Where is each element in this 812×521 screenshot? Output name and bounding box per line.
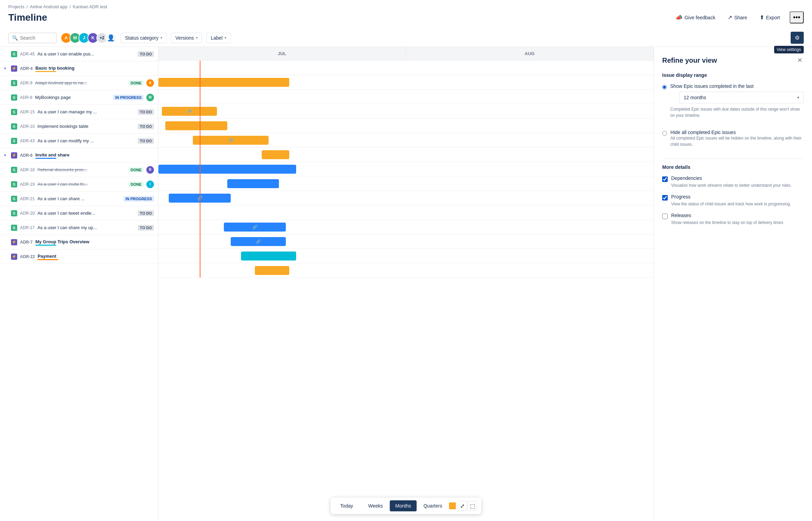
epic-underline [35,71,56,72]
gantt-bar[interactable] [158,165,296,174]
share-button[interactable]: ↗ Share [725,12,750,23]
label-filter[interactable]: Label ▾ [206,33,231,43]
show-completed-radio[interactable] [662,84,667,90]
table-row[interactable]: S ADR-43 As a user I can modify my ... T… [0,134,158,148]
versions-filter[interactable]: Versions ▾ [171,33,202,43]
chart-row [158,61,654,75]
issue-id: ADR-9 [20,81,32,85]
avatar-add-button[interactable]: 👤 [105,32,116,43]
table-row[interactable]: S ADR-20 As a user I can tweet endle... … [0,206,158,221]
timeline-list: S ADR-45 As a user I can enable pus... T… [0,47,158,521]
search-input[interactable] [20,35,53,41]
page-title: Timeline [8,12,47,23]
issue-title: Implement bookings table [38,124,135,129]
chart-row: 🔗 [158,220,654,234]
view-settings-button[interactable]: ⚙ [791,32,804,44]
gantt-bar[interactable]: 🔗 [231,237,286,246]
gantt-bar[interactable]: 🔗 [224,223,286,232]
table-row[interactable]: S ADR-17 As a user I can share my up... … [0,221,158,235]
share-icon: ↗ [728,14,732,21]
feedback-button[interactable]: 📣 Give feedback [673,12,718,23]
table-row[interactable]: ⚡ ADR-7 My Group Trips Overview [0,235,158,249]
view-settings-wrapper: ⚙ View settings [791,32,804,44]
hide-completed-option: Hide all completed Epic issues All compl… [662,130,804,153]
issue-id: ADR-19 [20,182,35,187]
label-chevron: ▾ [225,36,226,40]
status-badge: DONE [128,80,144,86]
link-icon: 🔗 [256,239,261,244]
today-line [200,61,200,278]
table-row[interactable]: S ADR-19 As a user I can invite fri... D… [0,177,158,192]
issue-title: My Group Trips Overview [35,239,90,244]
weeks-button[interactable]: Weeks [363,500,388,511]
status-category-label: Status category [125,35,158,41]
zoom-controls: ⤢ ⬚ [457,501,477,511]
dependencies-checkbox[interactable] [662,176,668,182]
hide-completed-radio[interactable] [662,131,667,136]
more-actions-button[interactable]: ••• [790,11,804,23]
breadcrumb-airline[interactable]: Airline Android app [30,4,67,9]
gantt-bar[interactable] [255,266,289,275]
status-badge: IN PROGRESS [124,196,154,202]
more-details-title: More details [662,164,804,170]
breadcrumb-projects[interactable]: Projects [8,4,24,9]
table-row[interactable]: S ADR-9 Adapt Android app to ne... DONE … [0,76,158,90]
display-range-title: Issue display range [662,72,804,78]
month-label-jul: JUL [158,47,406,60]
avatar: I [146,181,154,188]
search-box[interactable]: 🔍 [8,33,56,43]
dependencies-option: Dependencies Visualize how work streams … [662,175,804,188]
months-dropdown[interactable]: 12 months ▾ [679,92,804,103]
table-row[interactable]: S ADR-8 MyBookings page IN PROGRESS M [0,90,158,105]
progress-checkbox[interactable] [662,195,668,201]
chart-row [158,263,654,278]
label-label: Label [211,35,222,41]
zoom-in-button[interactable]: ⤢ [457,501,467,511]
view-settings-tooltip: View settings [774,46,804,53]
status-category-filter[interactable]: Status category ▾ [121,33,167,43]
chart-row: 🔗 [158,191,654,205]
table-row[interactable]: ▾ ⚡ ADR-4 Basic trip booking [0,61,158,76]
refine-title: Refine your view [662,57,717,64]
table-row[interactable]: ▾ ⚡ ADR-6 Invite and share [0,148,158,163]
gantt-bar[interactable] [227,179,279,188]
releases-desc: Show releases on the timeline to stay on… [671,219,783,226]
hide-completed-content: Hide all completed Epic issues All compl… [670,130,804,153]
gantt-bar[interactable] [165,121,227,130]
show-completed-label: Show Epic issues completed in the last [670,83,804,89]
avatar-group: A M J K +2 👤 [61,32,116,43]
releases-checkbox[interactable] [662,214,668,219]
breadcrumb: Projects / Airline Android app / Kanban … [8,4,804,9]
releases-label: Releases [671,213,783,218]
story-icon: S [11,167,17,173]
gantt-bar[interactable] [262,150,289,159]
table-row[interactable]: ⚡ ADR-22 Payment [0,249,158,264]
quarters-button[interactable]: Quarters [418,500,448,511]
epic-icon: ⚡ [11,254,17,260]
issue-id: ADR-15 [20,110,35,114]
issue-id: ADR-43 [20,139,35,143]
chart-row [158,90,654,104]
dependencies-desc: Visualize how work streams relate to bet… [671,182,792,188]
chart-row [158,249,654,263]
gantt-bar[interactable] [158,78,289,87]
breadcrumb-kanban[interactable]: Kanban ADR test [73,4,107,9]
table-row[interactable]: S ADR-15 As a user I can manage my ... T… [0,105,158,119]
expand-icon: ▾ [4,153,8,157]
chart-header: JUL AUG [158,47,654,61]
export-button[interactable]: ⬆ Export [757,12,783,23]
progress-option: Progress View the status of child issues… [662,194,804,207]
story-icon: S [11,109,17,115]
color-indicator [449,502,456,509]
gantt-bar[interactable]: 🔗 [193,136,269,145]
table-row[interactable]: S ADR-45 As a user I can enable pus... T… [0,47,158,61]
zoom-out-button[interactable]: ⬚ [468,501,477,511]
gantt-bar[interactable] [241,252,296,260]
today-button[interactable]: Today [335,500,358,511]
table-row[interactable]: S ADR-18 Referral discounts proc... DONE… [0,163,158,177]
close-panel-button[interactable]: ✕ [796,55,804,65]
table-row[interactable]: S ADR-21 As a user I can share ... IN PR… [0,192,158,206]
gantt-bar[interactable]: 🔗 [162,107,217,116]
table-row[interactable]: S ADR-10 Implement bookings table TO DO [0,119,158,134]
months-button[interactable]: Months [390,500,417,511]
